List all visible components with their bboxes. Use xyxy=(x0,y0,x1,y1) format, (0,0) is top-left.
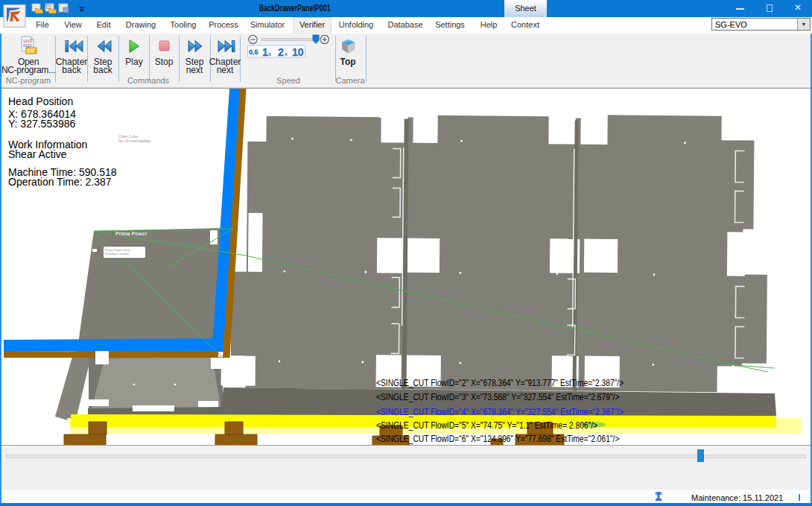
svg-text:10: 10 xyxy=(292,46,304,58)
svg-text:2: 2 xyxy=(278,46,284,58)
svg-text:x: x xyxy=(268,51,271,57)
svg-text:1: 1 xyxy=(262,46,268,58)
svg-text:0.5: 0.5 xyxy=(249,48,258,56)
svg-text:x: x xyxy=(285,51,288,57)
